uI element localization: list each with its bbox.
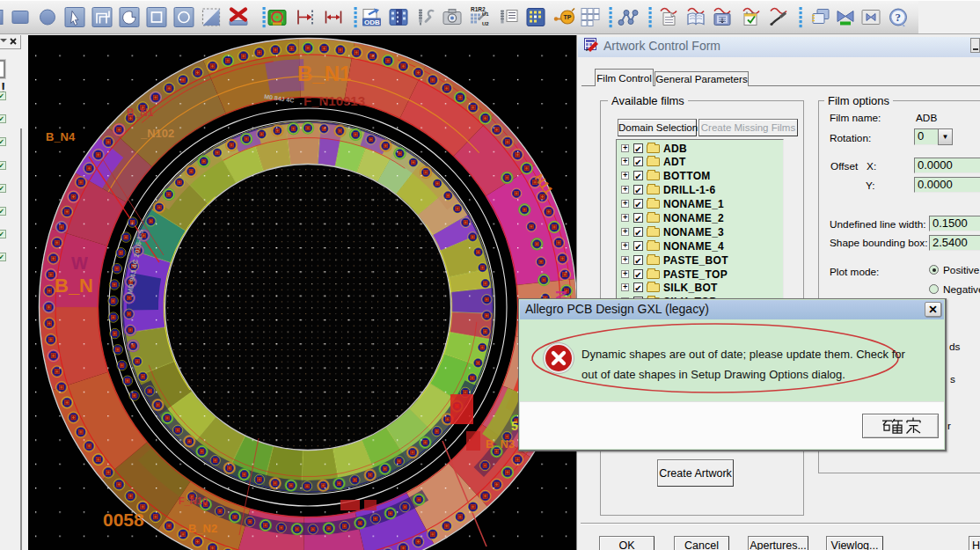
- svg-text:0058: 0058: [103, 510, 144, 530]
- svg-text:F_N10: F_N10: [179, 495, 208, 506]
- svg-text:ODB: ODB: [364, 18, 380, 26]
- svg-text:5: 5: [511, 419, 518, 433]
- svg-text:B_N1: B_N1: [127, 106, 154, 119]
- svg-text:?: ?: [896, 11, 902, 24]
- svg-text:B_N3: B_N3: [486, 437, 515, 451]
- svg-text:B_N1: B_N1: [297, 62, 351, 85]
- svg-text:B_N2: B_N2: [188, 522, 217, 535]
- svg-text:W: W: [71, 253, 88, 273]
- svg-text:B_N4: B_N4: [46, 130, 76, 143]
- svg-text:_N102: _N102: [140, 127, 174, 140]
- svg-text:B_N: B_N: [55, 275, 93, 297]
- svg-text:U2: U2: [482, 21, 489, 26]
- svg-text:U1: U1: [482, 11, 489, 17]
- svg-text:F_N10913: F_N10913: [304, 93, 365, 108]
- svg-text:TP: TP: [564, 14, 572, 20]
